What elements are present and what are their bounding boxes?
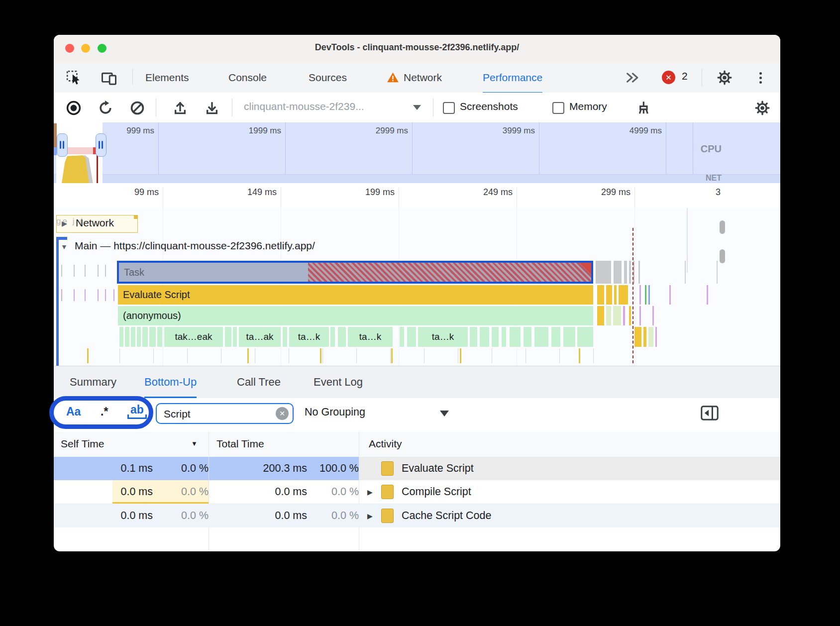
tab-summary[interactable]: Summary xyxy=(70,366,116,397)
detail-time-ruler[interactable]: 99 ms 149 ms 199 ms 249 ms 299 ms 3 xyxy=(54,183,780,209)
reload-record-icon[interactable] xyxy=(98,100,113,118)
leaf-call-bar[interactable]: ta…k xyxy=(348,327,393,347)
inspect-element-icon[interactable] xyxy=(66,70,82,88)
warning-icon xyxy=(386,71,400,86)
error-badge-icon[interactable]: ✕ xyxy=(662,71,675,84)
anonymous-label: (anonymous) xyxy=(118,306,593,325)
kebab-menu-icon[interactable] xyxy=(759,70,762,86)
total-time-cell: 0.0 ms0.0 % xyxy=(209,504,359,527)
load-profile-icon[interactable] xyxy=(172,100,188,118)
expand-triangle-icon[interactable]: ▶ xyxy=(367,488,381,496)
task-bar-selected[interactable]: Task xyxy=(117,261,593,284)
selection-left-handle[interactable] xyxy=(57,133,68,157)
activity-cell: ▶ Compile Script xyxy=(359,480,780,504)
error-count: 2 xyxy=(682,70,688,82)
table-row[interactable]: 0.0 ms0.0 % 0.0 ms0.0 % ▶ Cache Script C… xyxy=(54,504,780,527)
cpu-lane-label: CPU xyxy=(701,143,722,155)
tab-sources[interactable]: Sources xyxy=(309,63,347,92)
overview-tick: 3999 ms xyxy=(503,126,535,136)
tab-call-tree[interactable]: Call Tree xyxy=(237,366,281,397)
tab-elements[interactable]: Elements xyxy=(145,63,189,92)
grouping-caret-icon[interactable] xyxy=(440,411,449,417)
divider xyxy=(433,99,433,116)
self-time-cell: 0.1 ms0.0 % xyxy=(54,457,209,480)
main-track-header[interactable]: ▼ Main — https://clinquant-mousse-2f2396… xyxy=(54,239,780,258)
sort-caret-icon: ▼ xyxy=(191,440,198,447)
tab-bottom-up[interactable]: Bottom-Up xyxy=(144,366,197,399)
activity-header[interactable]: Activity xyxy=(369,438,402,450)
more-tabs-chevron-icon[interactable] xyxy=(625,71,640,86)
flame-row-minor xyxy=(54,348,780,363)
profile-select-caret-icon[interactable] xyxy=(413,105,421,110)
filter-toolbar: Aa .* ab ✕ No Grouping xyxy=(54,398,780,432)
expand-triangle-icon[interactable]: ▼ xyxy=(61,243,68,251)
main-scrollbar-thumb[interactable] xyxy=(720,249,725,263)
flame-row-anonymous: (anonymous) xyxy=(54,306,780,325)
ruler-tick: 99 ms xyxy=(134,187,159,198)
timeline-overview[interactable]: 999 ms 1999 ms 2999 ms 3999 ms 4999 ms C… xyxy=(54,122,780,183)
settings-gear-icon[interactable] xyxy=(717,70,733,88)
overview-tick: 2999 ms xyxy=(376,126,408,136)
tab-event-log[interactable]: Event Log xyxy=(314,366,363,397)
network-track-label: Network xyxy=(76,217,114,229)
show-sidebar-icon[interactable] xyxy=(701,405,719,423)
selection-right-handle[interactable] xyxy=(96,133,106,157)
ruler-tick: 249 ms xyxy=(483,187,513,198)
overview-tick: 999 ms xyxy=(126,126,154,136)
expand-triangle-icon[interactable]: ▶ xyxy=(367,512,381,520)
save-profile-icon[interactable] xyxy=(204,100,220,118)
table-header: Self Time ▼ Total Time Activity xyxy=(54,432,780,457)
self-time-cell: 0.0 ms0.0 % xyxy=(54,504,209,527)
activity-cell: Evaluate Script xyxy=(359,457,780,480)
details-tab-bar: Summary Bottom-Up Call Tree Event Log xyxy=(54,366,780,399)
task-bar-label: Task xyxy=(119,263,591,282)
capture-settings-gear-icon[interactable] xyxy=(754,100,770,118)
overview-net-lane xyxy=(54,174,780,184)
flame-chart-area[interactable]: ge j ( ▶ Network ▼ Main — https://clinqu… xyxy=(54,208,780,366)
clear-filter-icon[interactable]: ✕ xyxy=(276,407,289,420)
divider xyxy=(702,69,702,87)
divider xyxy=(232,99,232,116)
table-row[interactable]: 0.0 ms0.0 % 0.0 ms0.0 % ▶ Compile Script xyxy=(54,480,780,504)
tab-performance[interactable]: Performance xyxy=(483,63,542,94)
memory-label: Memory xyxy=(569,101,607,112)
network-scrollbar-thumb[interactable] xyxy=(720,220,725,234)
divider xyxy=(132,69,133,85)
evaluate-script-bar[interactable]: Evaluate Script xyxy=(118,285,593,305)
scripting-color-swatch xyxy=(381,509,394,523)
long-task-strip xyxy=(66,147,93,154)
total-time-header[interactable]: Total Time xyxy=(216,438,264,450)
scripting-color-swatch xyxy=(381,461,394,476)
memory-checkbox[interactable] xyxy=(552,102,564,114)
devtools-window: DevTools - clinquant-mousse-2f2396.netli… xyxy=(54,35,780,551)
activity-cell: ▶ Cache Script Code xyxy=(359,504,780,527)
grouping-select[interactable]: No Grouping xyxy=(305,406,365,418)
self-time-header[interactable]: Self Time xyxy=(61,438,105,450)
divider xyxy=(156,99,156,116)
screenshots-label: Screenshots xyxy=(460,101,518,112)
clear-record-icon[interactable] xyxy=(129,100,145,118)
leaf-call-bar[interactable]: ta…k xyxy=(418,327,468,347)
screenshots-checkbox[interactable] xyxy=(443,102,455,114)
flame-row-task: Task xyxy=(54,261,780,284)
network-track-header[interactable]: ge j ( ▶ Network xyxy=(56,215,138,233)
tab-console[interactable]: Console xyxy=(228,63,267,92)
net-lane-label: NET xyxy=(706,174,722,183)
annotation-highlight xyxy=(49,396,153,429)
leaf-call-bar[interactable]: ta…k xyxy=(289,327,329,347)
record-button[interactable] xyxy=(66,100,82,118)
self-time-cell: 0.0 ms0.0 % xyxy=(54,480,209,504)
table-row[interactable]: 0.1 ms0.0 % 200.3 ms100.0 % Evaluate Scr… xyxy=(54,457,780,480)
leaf-call-bar[interactable]: tak…eak xyxy=(164,327,223,347)
tab-network[interactable]: Network xyxy=(404,63,442,92)
device-toolbar-icon[interactable] xyxy=(101,71,117,88)
profile-select[interactable]: clinquant-mousse-2f239... xyxy=(244,101,364,112)
collapse-triangle-icon[interactable]: ▶ xyxy=(62,219,67,227)
ruler-tick: 149 ms xyxy=(247,187,277,198)
leaf-call-bar[interactable]: ta…ak xyxy=(239,327,281,347)
ruler-tick: 299 ms xyxy=(601,187,630,198)
filter-input[interactable] xyxy=(163,406,269,422)
collect-garbage-icon[interactable] xyxy=(635,100,651,118)
anonymous-bar[interactable]: (anonymous) xyxy=(118,306,593,325)
activity-label: Evaluate Script xyxy=(402,462,474,475)
